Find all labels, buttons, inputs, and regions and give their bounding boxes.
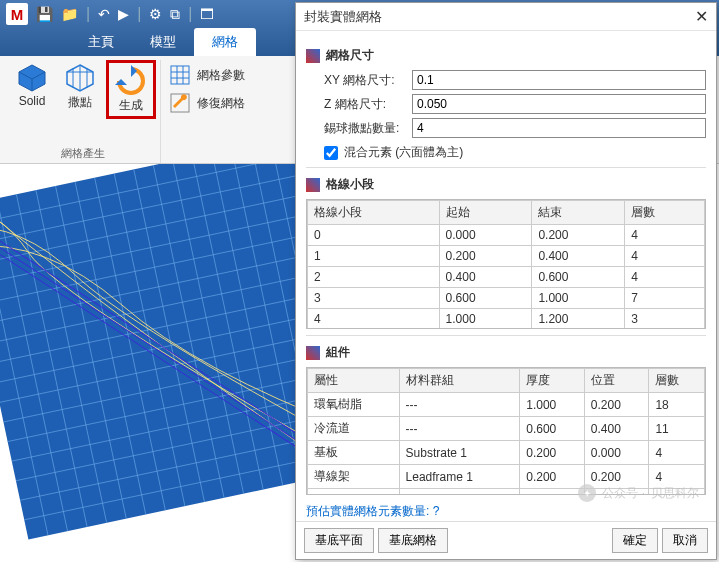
base-mesh-button[interactable]: 基底網格 bbox=[378, 528, 448, 553]
dialog-title: 封裝實體網格 bbox=[304, 8, 382, 26]
z-mesh-label: Z 網格尺寸: bbox=[324, 96, 412, 113]
dialog-footer: 基底平面 基底網格 確定 取消 bbox=[296, 521, 716, 559]
scatter-icon bbox=[64, 62, 96, 94]
col-attribute: 屬性 bbox=[308, 369, 400, 393]
scatter-button[interactable]: 撒點 bbox=[58, 60, 102, 119]
expand-icon[interactable]: 🗖 bbox=[200, 6, 214, 22]
xy-mesh-input[interactable] bbox=[412, 70, 706, 90]
gear-icon[interactable]: ⚙ bbox=[149, 6, 162, 22]
col-thickness: 厚度 bbox=[520, 369, 585, 393]
ribbon-group-label: 網格產生 bbox=[61, 144, 105, 163]
app-logo: M bbox=[6, 3, 28, 25]
dialog-titlebar: 封裝實體網格 ✕ bbox=[296, 3, 716, 31]
table-row[interactable]: 30.6001.0007 bbox=[308, 288, 705, 309]
ok-button[interactable]: 確定 bbox=[612, 528, 658, 553]
table-row[interactable]: 基板Substrate 10.2000.0004 bbox=[308, 441, 705, 465]
repair-mesh-label: 修復網格 bbox=[197, 95, 245, 112]
table-row[interactable]: 環氧樹脂---1.0000.20018 bbox=[308, 393, 705, 417]
base-plane-button[interactable]: 基底平面 bbox=[304, 528, 374, 553]
table-row[interactable]: 41.0001.2003 bbox=[308, 309, 705, 330]
section-components: 組件 bbox=[306, 344, 706, 361]
dialog-body: 網格尺寸 XY 網格尺寸: Z 網格尺寸: 錫球撒點數量: 混合元素 (六面體為… bbox=[296, 31, 716, 521]
ribbon-group-mesh-generate: Solid 撒點 生成 網格產生 bbox=[6, 60, 161, 163]
section-grid-segments: 格線小段 bbox=[306, 176, 706, 193]
col-material: 材料群組 bbox=[399, 369, 520, 393]
table-row[interactable]: 冷流道---0.6000.40011 bbox=[308, 417, 705, 441]
qat-divider: | bbox=[188, 5, 192, 23]
xy-mesh-label: XY 網格尺寸: bbox=[324, 72, 412, 89]
estimate-value: ? bbox=[433, 504, 440, 518]
generate-icon bbox=[115, 65, 147, 97]
section-components-label: 組件 bbox=[326, 344, 350, 361]
table-row[interactable]: 晶片Chip 10.2000.4004 bbox=[308, 489, 705, 496]
tab-model[interactable]: 模型 bbox=[132, 28, 194, 56]
estimate-label: 預估實體網格元素數量: bbox=[306, 504, 429, 518]
mixed-elements-label: 混合元素 (六面體為主) bbox=[344, 144, 463, 161]
table-row[interactable]: 00.0000.2004 bbox=[308, 225, 705, 246]
col-layers: 層數 bbox=[625, 201, 705, 225]
qat-divider: | bbox=[137, 5, 141, 23]
wrench-icon bbox=[169, 92, 191, 114]
tab-mesh[interactable]: 網格 bbox=[194, 28, 256, 56]
solid-button[interactable]: Solid bbox=[10, 60, 54, 119]
components-table-wrap[interactable]: 屬性 材料群組 厚度 位置 層數 環氧樹脂---1.0000.20018冷流道-… bbox=[306, 367, 706, 495]
save-icon[interactable]: 💾 bbox=[36, 6, 53, 22]
close-icon[interactable]: ✕ bbox=[695, 7, 708, 26]
section-icon bbox=[306, 49, 320, 63]
ball-count-label: 錫球撒點數量: bbox=[324, 120, 412, 137]
section-grid-segments-label: 格線小段 bbox=[326, 176, 374, 193]
package-solid-mesh-dialog: 封裝實體網格 ✕ 網格尺寸 XY 網格尺寸: Z 網格尺寸: 錫球撒點數量: 混… bbox=[295, 2, 717, 560]
generate-button[interactable]: 生成 bbox=[106, 60, 156, 119]
repair-mesh-button[interactable]: 修復網格 bbox=[169, 92, 245, 114]
mesh-params-button[interactable]: 網格參數 bbox=[169, 64, 245, 86]
svg-rect-15 bbox=[0, 164, 295, 539]
generate-label: 生成 bbox=[119, 97, 143, 114]
col-position: 位置 bbox=[584, 369, 649, 393]
solid-icon bbox=[16, 62, 48, 94]
section-icon bbox=[306, 178, 320, 192]
qat-divider: | bbox=[86, 5, 90, 23]
col-segment: 格線小段 bbox=[308, 201, 440, 225]
col-layers: 層數 bbox=[649, 369, 705, 393]
components-table: 屬性 材料群組 厚度 位置 層數 環氧樹脂---1.0000.20018冷流道-… bbox=[307, 368, 705, 495]
section-mesh-size-label: 網格尺寸 bbox=[326, 47, 374, 64]
scatter-label: 撒點 bbox=[68, 94, 92, 111]
section-mesh-size: 網格尺寸 bbox=[306, 47, 706, 64]
grid-segments-table: 格線小段 起始 結束 層數 00.0000.200410.2000.400420… bbox=[307, 200, 705, 329]
mesh-params-label: 網格參數 bbox=[197, 67, 245, 84]
cancel-button[interactable]: 取消 bbox=[662, 528, 708, 553]
table-row[interactable]: 10.2000.4004 bbox=[308, 246, 705, 267]
svg-rect-9 bbox=[171, 66, 189, 84]
ribbon-side-buttons: 網格參數 修復網格 bbox=[161, 60, 253, 163]
svg-marker-8 bbox=[115, 79, 127, 85]
mixed-elements-checkbox[interactable] bbox=[324, 146, 338, 160]
viewport-canvas[interactable] bbox=[0, 164, 295, 562]
grid-segments-table-wrap[interactable]: 格線小段 起始 結束 層數 00.0000.200410.2000.400420… bbox=[306, 199, 706, 329]
col-end: 結束 bbox=[532, 201, 625, 225]
svg-marker-7 bbox=[131, 65, 137, 77]
ball-count-input[interactable] bbox=[412, 118, 706, 138]
table-row[interactable]: 20.4000.6004 bbox=[308, 267, 705, 288]
col-start: 起始 bbox=[439, 201, 532, 225]
solid-label: Solid bbox=[19, 94, 46, 108]
tab-home[interactable]: 主頁 bbox=[70, 28, 132, 56]
open-icon[interactable]: 📁 bbox=[61, 6, 78, 22]
grid-icon bbox=[169, 64, 191, 86]
section-icon bbox=[306, 346, 320, 360]
table-row[interactable]: 導線架Leadframe 10.2000.2004 bbox=[308, 465, 705, 489]
z-mesh-input[interactable] bbox=[412, 94, 706, 114]
run-icon[interactable]: ▶ bbox=[118, 6, 129, 22]
batch-icon[interactable]: ⧉ bbox=[170, 6, 180, 23]
undo-icon[interactable]: ↶ bbox=[98, 6, 110, 22]
estimate-link[interactable]: 預估實體網格元素數量: ? bbox=[306, 503, 706, 520]
